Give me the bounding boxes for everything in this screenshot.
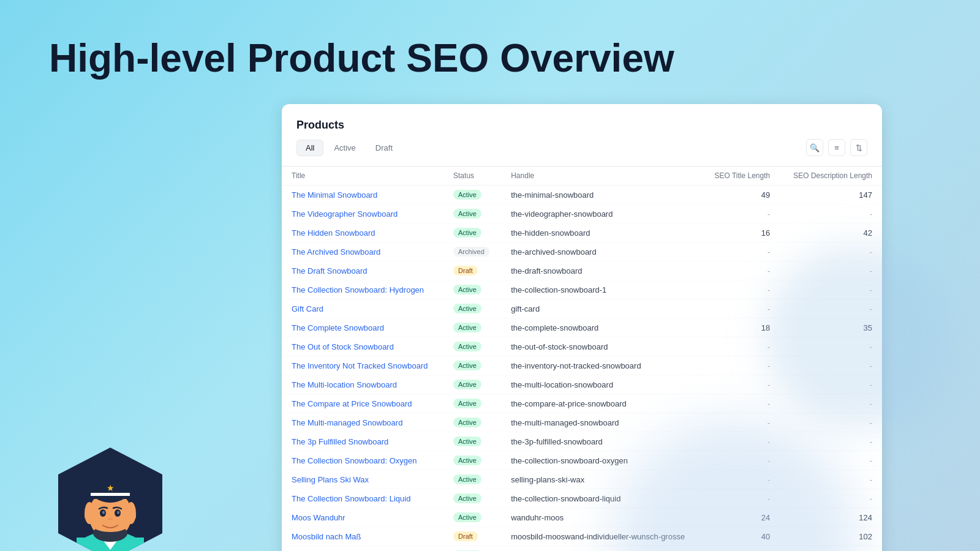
product-link[interactable]: The Collection Snowboard: Hydrogen [292, 285, 424, 294]
cell-status: Active [443, 451, 501, 470]
tab-draft[interactable]: Draft [366, 140, 402, 156]
status-badge: Draft [453, 531, 478, 541]
card-header: Products All Active Draft 🔍 ≡ ⇅ [282, 119, 882, 167]
cell-status: Active [443, 470, 501, 489]
tab-actions: 🔍 ≡ ⇅ [806, 139, 867, 156]
status-badge: Active [453, 342, 481, 351]
cell-status: Active [443, 318, 501, 337]
status-badge: Active [453, 437, 481, 446]
svg-point-13 [102, 511, 105, 514]
col-seo-title: SEO Title Length [702, 167, 780, 186]
filter-button[interactable]: ≡ [828, 139, 845, 156]
status-badge: Active [453, 455, 481, 465]
product-link[interactable]: The Videographer Snowboard [292, 209, 398, 219]
col-status: Status [443, 167, 501, 186]
cell-handle: the-archived-snowboard [501, 242, 702, 261]
cell-title: Selling Plans Ski Wax [282, 470, 443, 489]
svg-point-20 [85, 511, 93, 521]
cell-seo-title: 16 [702, 223, 780, 242]
cell-handle: the-minimal-snowboard [501, 186, 702, 204]
product-link[interactable]: Moos Wanduhr [292, 513, 345, 522]
cell-title: Moosbild nach Maß [282, 527, 443, 546]
product-link[interactable]: Selling Plans Ski Wax [292, 475, 369, 484]
tabs-container: All Active Draft [296, 140, 402, 156]
col-handle: Handle [501, 167, 702, 186]
product-link[interactable]: The Draft Snowboard [292, 266, 368, 276]
status-badge: Active [453, 190, 481, 200]
cell-title: The Collection Snowboard: Liquid [282, 489, 443, 508]
search-button[interactable]: 🔍 [806, 139, 823, 156]
cell-title: The Out of Stock Snowboard [282, 337, 443, 356]
avatar: ★ [49, 443, 172, 551]
cell-handle: the-compare-at-price-snowboard [501, 394, 702, 413]
product-link[interactable]: The Out of Stock Snowboard [292, 342, 394, 351]
cell-status: Archived [443, 242, 501, 261]
tab-all[interactable]: All [296, 140, 323, 156]
cell-status: Active [443, 432, 501, 451]
cell-title: Gift Card [282, 299, 443, 318]
product-link[interactable]: The Inventory Not Tracked Snowboard [292, 361, 428, 370]
cell-seo-title: - [702, 394, 780, 413]
table-header-row: Title Status Handle SEO Title Length SEO… [282, 167, 882, 186]
sort-button[interactable]: ⇅ [850, 139, 867, 156]
cell-handle: the-multi-managed-snowboard [501, 413, 702, 432]
avatar-container: ★ [49, 443, 172, 551]
cell-handle: the-hidden-snowboard [501, 223, 702, 242]
product-link[interactable]: The Complete Snowboard [292, 323, 384, 332]
svg-point-21 [127, 511, 136, 521]
status-badge: Active [453, 380, 481, 389]
status-badge: Active [453, 399, 481, 408]
table-row: The Multi-managed Snowboard Active the-m… [282, 413, 882, 432]
status-badge: Active [453, 474, 481, 484]
cell-status: Active [443, 280, 501, 299]
cell-handle: the-collection-snowboard-1 [501, 280, 702, 299]
svg-point-14 [117, 511, 119, 514]
cell-handle: the-draft-snowboard [501, 261, 702, 280]
product-link[interactable]: The Archived Snowboard [292, 247, 380, 257]
cell-status: Active [443, 186, 501, 204]
cell-seo-title: 49 [702, 186, 780, 204]
product-link[interactable]: The 3p Fulfilled Snowboard [292, 437, 388, 446]
status-badge: Active [453, 418, 481, 427]
cell-handle: gift-card [501, 299, 702, 318]
cell-status: Draft [443, 527, 501, 546]
cell-seo-desc: 42 [780, 223, 882, 242]
cell-title: The Collection Snowboard: Hydrogen [282, 280, 443, 299]
cell-title: The Videographer Snowboard [282, 204, 443, 223]
cell-handle: the-complete-snowboard [501, 318, 702, 337]
product-link[interactable]: The Collection Snowboard: Oxygen [292, 456, 417, 465]
cell-title: The Inventory Not Tracked Snowboard [282, 356, 443, 375]
cell-title: The Minimal Snowboard [282, 186, 443, 204]
svg-point-17 [93, 520, 127, 532]
product-link[interactable]: The Multi-location Snowboard [292, 380, 397, 389]
cell-title: The Multi-managed Snowboard [282, 413, 443, 432]
status-badge: Active [453, 512, 481, 522]
svg-rect-9 [91, 493, 130, 496]
cell-title: The Hidden Snowboard [282, 223, 443, 242]
product-link[interactable]: The Multi-managed Snowboard [292, 418, 402, 427]
cell-handle: the-multi-location-snowboard [501, 375, 702, 394]
svg-text:★: ★ [107, 483, 115, 493]
cell-seo-desc: - [780, 204, 882, 223]
cell-title: Moos Bilder 40x40cm [282, 546, 443, 551]
col-seo-desc: SEO Description Length [780, 167, 882, 186]
product-link[interactable]: The Hidden Snowboard [292, 228, 375, 238]
cell-status: Active [443, 375, 501, 394]
cell-seo-title: - [702, 261, 780, 280]
cell-title: The Archived Snowboard [282, 242, 443, 261]
cell-status: Active [443, 204, 501, 223]
product-link[interactable]: Gift Card [292, 304, 323, 313]
table-row: The Videographer Snowboard Active the-vi… [282, 204, 882, 223]
cell-status: Active [443, 413, 501, 432]
product-link[interactable]: The Compare at Price Snowboard [292, 399, 412, 408]
cell-seo-title: - [702, 375, 780, 394]
tabs-row: All Active Draft 🔍 ≡ ⇅ [296, 139, 867, 156]
cell-title: The Draft Snowboard [282, 261, 443, 280]
cell-title: The Collection Snowboard: Oxygen [282, 451, 443, 470]
cell-status: Active [443, 394, 501, 413]
tab-active[interactable]: Active [325, 140, 364, 156]
product-link[interactable]: The Minimal Snowboard [292, 190, 377, 200]
cell-seo-title: - [702, 242, 780, 261]
product-link[interactable]: The Collection Snowboard: Liquid [292, 494, 410, 503]
product-link[interactable]: Moosbild nach Maß [292, 532, 361, 541]
